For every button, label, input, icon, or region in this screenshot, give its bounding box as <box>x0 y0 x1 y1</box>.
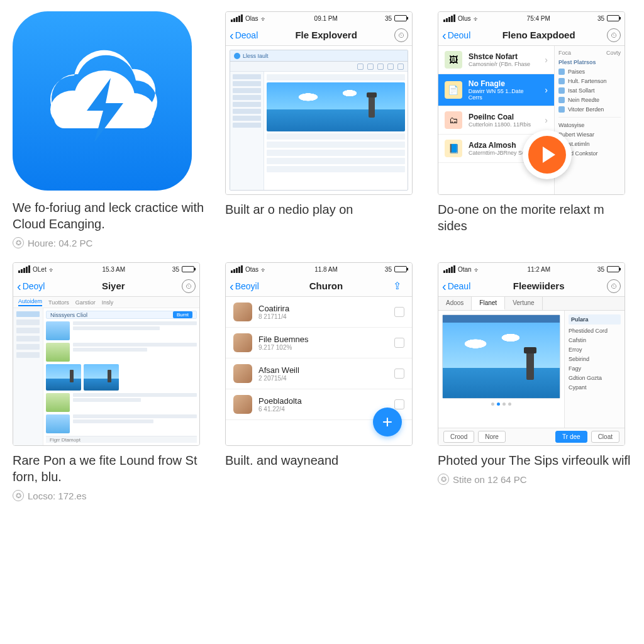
tool-icon <box>357 64 364 70</box>
caption: Rare Pon a we fite Lound frow St forn, b… <box>13 452 206 485</box>
panel-item[interactable]: Nein Reedte <box>558 97 621 103</box>
add-button[interactable]: + <box>373 408 402 436</box>
contact-row[interactable]: Afsan Weill2 20715/4 <box>226 358 412 389</box>
tool-icon <box>367 64 374 70</box>
checkbox[interactable] <box>394 399 404 409</box>
list-item[interactable]: 🖼 Shstce NofartCamosnie/r (FBn. Fhase › <box>438 46 554 74</box>
footer-button[interactable]: Cloat <box>591 431 619 443</box>
footer-button[interactable]: Crood <box>443 431 474 443</box>
feature-cell-0: We fo-foriug and leck cractice with Clou… <box>13 11 206 248</box>
side-item[interactable]: Gdtion Gozta <box>569 375 621 381</box>
signal-icon <box>231 14 243 22</box>
tab[interactable]: Tuottors <box>48 299 69 306</box>
meta-text: Houre: 04.2 PC <box>28 238 92 248</box>
checkbox[interactable] <box>394 369 404 379</box>
panel-item[interactable]: Vitoter Berden <box>558 106 621 113</box>
back-button[interactable]: ‹Deoyl <box>17 280 45 292</box>
nav-bar: ‹Deoal Fle Exploverd ⏲ <box>226 25 412 46</box>
back-button[interactable]: ‹Beoyil <box>230 280 259 292</box>
caption: Built. and wayneand <box>225 452 419 469</box>
share-icon[interactable]: ⇪ <box>393 280 408 292</box>
chevron-left-icon: ‹ <box>230 29 234 42</box>
footer-button-primary[interactable]: Tr dee <box>555 431 587 443</box>
tool-icon <box>397 64 404 70</box>
side-item[interactable]: Phestided Cord <box>569 328 621 334</box>
avatar <box>233 333 252 352</box>
lighthouse-icon <box>369 96 375 118</box>
feature-cell-5: Otanᯤ11:2 AM35 ‹Deaul Fleewiiders ⏲ Adoo… <box>438 262 631 501</box>
nav-title: Churon <box>259 280 393 291</box>
avatar <box>233 303 252 321</box>
chevron-right-icon: › <box>545 55 548 65</box>
mini-toolbar <box>230 62 408 72</box>
avatar <box>233 395 252 414</box>
panel-item[interactable]: Hult. Fartenson <box>558 78 621 84</box>
play-button[interactable] <box>523 130 572 179</box>
caption: Do-one on the morite relaxt m sides <box>438 201 631 234</box>
back-button[interactable]: ‹Deoul <box>442 29 470 42</box>
clock-icon[interactable]: ⏲ <box>394 28 408 42</box>
footer-actions: Crood Nore Tr dee Cloat <box>438 428 625 445</box>
back-button[interactable]: ‹Deoal <box>230 29 258 42</box>
checkbox[interactable] <box>394 307 404 317</box>
tab[interactable]: Autoidem <box>18 298 42 306</box>
wifi-icon: ᯤ <box>261 16 267 23</box>
battery-icon <box>394 15 407 21</box>
contact-row[interactable]: Coatirira8 21711/4 <box>226 297 412 328</box>
tabs: Autoidem Tuottors Garstior Insly <box>13 297 199 308</box>
feature-cell-2: Olusᯤ 75:4 PM 35 ‹Deoul Fleno Eaxpdoed ⏲… <box>438 11 631 248</box>
phone-mock: Olusᯤ 75:4 PM 35 ‹Deoul Fleno Eaxpdoed ⏲… <box>438 11 625 195</box>
segment-tabs: Adoos Flanet Vertune <box>438 297 625 311</box>
side-item[interactable]: Sebirind <box>569 356 621 362</box>
tab[interactable]: Insly <box>102 299 114 306</box>
tool-icon <box>387 64 394 70</box>
preview-image <box>443 323 560 398</box>
list-item[interactable]: 🗂 Poeilnc CoalCutterloin 11800. 11Rbis › <box>438 106 554 135</box>
file-browser-window: Lless Iault <box>230 50 408 191</box>
side-item[interactable]: Fagy <box>569 365 621 372</box>
tab-active[interactable]: Flanet <box>472 297 505 310</box>
tab[interactable]: Vertune <box>505 297 542 310</box>
checkbox[interactable] <box>394 338 404 348</box>
plus-icon: + <box>382 412 392 432</box>
side-item[interactable]: Cypant <box>569 384 621 391</box>
chevron-right-icon: › <box>545 85 548 95</box>
caption: Built ar o nedio play on <box>225 201 419 218</box>
side-item[interactable]: Erroy <box>569 347 621 353</box>
tab[interactable]: Adoos <box>438 297 472 310</box>
panel-header: Nisssyers CliolBurnt <box>46 311 197 319</box>
feature-cell-3: OLetᯤ15.3 AM35 ‹Deoyl Siyer ⏲ Autoidem T… <box>13 262 206 501</box>
panel-item[interactable]: Isat Sollart <box>558 87 621 94</box>
contact-row[interactable]: File Buemnes9.217 102% <box>226 328 412 358</box>
back-button[interactable]: ‹Deaul <box>442 280 470 292</box>
nav-title: Fleewiiders <box>470 280 607 291</box>
caption: We fo-foriug and leck cractice with Clou… <box>13 199 206 232</box>
lighthouse-icon <box>526 352 534 380</box>
pager-dots <box>442 402 560 406</box>
app-glyph-icon <box>234 53 240 59</box>
status-bar: Olusᯤ 75:4 PM 35 <box>438 12 625 25</box>
status-bar: Olas ᯤ 09.1 PM 35 <box>226 12 412 25</box>
meta-text: Locso: 172.es <box>28 491 86 501</box>
caption: Photed your The Sips virfeoulk wifl <box>438 452 631 469</box>
info-icon: ✪ <box>13 237 24 248</box>
panel-item[interactable]: Paises <box>558 69 621 75</box>
preview-image <box>267 82 405 131</box>
tool-icon <box>377 64 384 70</box>
clock-icon[interactable]: ⏲ <box>607 279 621 293</box>
primary-button[interactable]: Burnt <box>173 311 192 318</box>
status-time: 09.1 PM <box>314 15 338 22</box>
meta-row: ✪ Houre: 04.2 PC <box>13 237 206 248</box>
side-panel: FocaCovty Plest Platrsos Paises Hult. Fa… <box>554 46 625 194</box>
clock-icon[interactable]: ⏲ <box>607 28 621 42</box>
clock-icon[interactable]: ⏲ <box>182 279 196 293</box>
mini-sidebar <box>230 72 264 190</box>
footer-button[interactable]: Nore <box>478 431 506 443</box>
play-icon <box>542 147 555 163</box>
nav-title: Siyer <box>45 280 182 291</box>
side-list: Pulara Phestided Cord Cafstin Erroy Sebi… <box>564 311 625 428</box>
tab[interactable]: Garstior <box>75 299 96 306</box>
side-item[interactable]: Cafstin <box>569 337 621 343</box>
sidebar <box>13 308 43 445</box>
list-item-selected[interactable]: 📄 No FnagleDawirr WN 55 1..Date Cerrs › <box>438 74 554 106</box>
